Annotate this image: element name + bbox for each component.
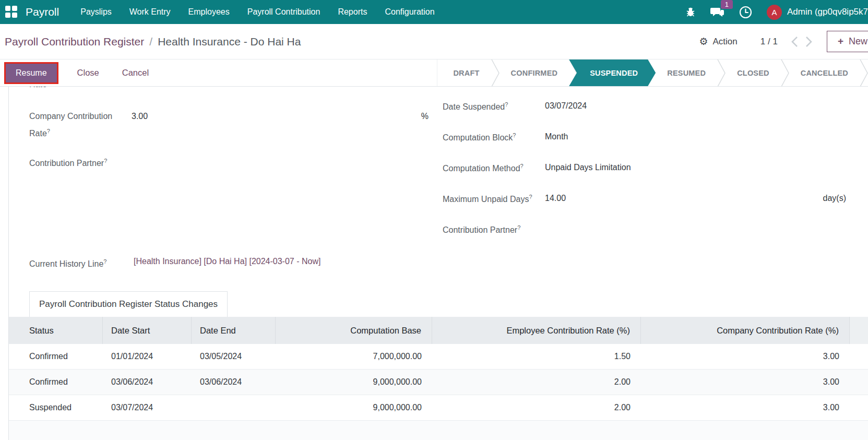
field-contribution-partner-right: Contribution Partner? — [443, 221, 846, 237]
status-step-resumed[interactable]: RESUMED — [656, 60, 717, 86]
menu-work-entry[interactable]: Work Entry — [121, 0, 180, 24]
field-label: Computation Block — [443, 134, 513, 142]
date-suspended-value[interactable]: 03/07/2024 — [545, 99, 587, 113]
new-record-button[interactable]: + New — [827, 31, 868, 52]
column-date-end[interactable]: Date End — [192, 317, 276, 344]
form-sheet: Rate Company Contribution Rate? 3.00 % C… — [8, 87, 868, 440]
top-navbar: Payroll Payslips Work Entry Employees Pa… — [0, 0, 868, 24]
help-marker: ? — [104, 158, 107, 164]
cell-status: Confirmed — [9, 352, 103, 361]
current-history-line-link[interactable]: [Health Insurance] [Do Hai Ha] [2024-03-… — [134, 254, 320, 271]
breadcrumb: Payroll Contribution Register / Health I… — [5, 35, 301, 48]
main-menu: Payslips Work Entry Employees Payroll Co… — [72, 0, 443, 24]
menu-payroll-contribution[interactable]: Payroll Contribution — [239, 0, 329, 24]
days-suffix: day(s) — [823, 191, 846, 206]
column-computation-base[interactable]: Computation Base — [276, 317, 432, 344]
step-separator-chevron-icon — [781, 60, 789, 86]
help-marker: ? — [520, 163, 524, 169]
menu-configuration[interactable]: Configuration — [376, 0, 443, 24]
field-label: Current History Line — [29, 259, 103, 268]
field-current-history-line: Current History Line? [Health Insurance]… — [9, 254, 868, 271]
column-company-rate[interactable]: Company Contribution Rate (%) — [641, 317, 850, 344]
plus-icon: + — [838, 35, 843, 47]
apps-grid-icon[interactable] — [5, 6, 18, 18]
field-label: Company Contribution Rate — [29, 112, 112, 138]
status-step-suspended-active[interactable]: SUSPENDED — [569, 60, 656, 86]
app-name[interactable]: Payroll — [26, 6, 59, 18]
status-changes-table: Status Date Start Date End Computation B… — [9, 317, 868, 440]
breadcrumb-current: Health Insurance - Do Hai Ha — [158, 35, 301, 48]
cell-date-start: 01/01/2024 — [103, 352, 192, 361]
table-header-row: Status Date Start Date End Computation B… — [9, 317, 868, 344]
action-menu-button[interactable]: ⚙ Action — [699, 35, 737, 47]
list-empty-area — [9, 421, 868, 440]
cell-date-start: 03/06/2024 — [103, 377, 192, 387]
percent-suffix: % — [421, 109, 429, 124]
cell-employee-rate: 2.00 — [432, 403, 641, 412]
cell-date-end: 03/06/2024 — [192, 377, 276, 387]
bug-icon[interactable] — [685, 7, 696, 17]
cancel-button[interactable]: Cancel — [118, 65, 153, 81]
user-avatar[interactable]: A — [767, 5, 782, 20]
computation-block-value[interactable]: Month — [545, 129, 568, 144]
computation-method-value[interactable]: Unpaid Days Limitation — [545, 160, 631, 175]
status-step-closed[interactable]: CLOSED — [726, 60, 781, 86]
cell-status: Suspended — [9, 403, 103, 412]
cell-employee-rate: 2.00 — [432, 377, 641, 387]
cell-date-start: 03/07/2024 — [103, 403, 192, 412]
close-button[interactable]: Close — [73, 65, 103, 81]
cell-date-end: 03/05/2024 — [192, 352, 276, 361]
form-statusbar: Resume Close Cancel DRAFT CONFIRMED SUSP… — [0, 59, 868, 87]
table-row[interactable]: Confirmed 03/06/2024 03/06/2024 9,000,00… — [9, 370, 868, 395]
step-separator-chevron-icon — [860, 60, 868, 86]
table-row[interactable]: Suspended 03/07/2024 9,000,000.00 2.00 3… — [9, 395, 868, 421]
column-date-start[interactable]: Date Start — [103, 317, 192, 344]
resume-button[interactable]: Resume — [4, 62, 58, 84]
chat-icon[interactable]: 1 — [710, 6, 724, 18]
field-label: Computation Method — [443, 164, 520, 173]
cell-company-rate: 3.00 — [641, 403, 850, 412]
table-row[interactable]: Confirmed 01/01/2024 03/05/2024 7,000,00… — [9, 344, 868, 370]
help-marker: ? — [103, 258, 106, 265]
status-step-confirmed[interactable]: CONFIRMED — [500, 60, 569, 86]
menu-employees[interactable]: Employees — [180, 0, 239, 24]
help-marker: ? — [529, 194, 532, 200]
clock-icon[interactable] — [739, 6, 752, 19]
cell-status: Confirmed — [9, 377, 103, 387]
tab-status-changes[interactable]: Payroll Contribution Register Status Cha… — [29, 291, 228, 317]
cell-company-rate: 3.00 — [641, 377, 850, 387]
field-maximum-unpaid-days: Maximum Unpaid Days? 14.00 day(s) — [443, 190, 846, 207]
column-status[interactable]: Status — [9, 317, 103, 344]
help-marker: ? — [47, 128, 50, 134]
form-left-column: Company Contribution Rate? 3.00 % Contri… — [9, 91, 433, 237]
pager-previous-button[interactable] — [791, 36, 798, 47]
cell-employee-rate: 1.50 — [432, 352, 641, 361]
pager-next-button[interactable] — [805, 36, 812, 47]
maximum-unpaid-days-value[interactable]: 14.00 — [545, 191, 566, 206]
record-pager[interactable]: 1 / 1 — [760, 37, 778, 47]
column-employee-rate[interactable]: Employee Contribution Rate (%) — [432, 317, 641, 344]
field-date-suspended: Date Suspended? 03/07/2024 — [443, 98, 846, 114]
cell-computation-base: 9,000,000.00 — [276, 403, 432, 412]
message-count-badge: 1 — [721, 0, 733, 9]
field-label: Date Suspended — [443, 103, 505, 112]
column-spacer — [850, 317, 868, 344]
control-panel: Payroll Contribution Register / Health I… — [0, 24, 868, 59]
field-company-contribution-rate: Company Contribution Rate? 3.00 % — [29, 109, 429, 141]
status-step-draft[interactable]: DRAFT — [442, 60, 491, 86]
field-label: Contribution Partner — [29, 159, 104, 168]
menu-reports[interactable]: Reports — [329, 0, 376, 24]
help-marker: ? — [505, 101, 508, 108]
company-contribution-rate-value[interactable]: 3.00 — [132, 109, 148, 124]
help-marker: ? — [517, 224, 520, 231]
status-step-cancelled[interactable]: CANCELLED — [789, 60, 860, 86]
breadcrumb-separator: / — [149, 35, 152, 48]
menu-payslips[interactable]: Payslips — [72, 0, 121, 24]
breadcrumb-parent-link[interactable]: Payroll Contribution Register — [5, 35, 144, 48]
gear-icon: ⚙ — [699, 35, 708, 47]
field-label: Contribution Partner — [443, 226, 517, 235]
field-computation-method: Computation Method? Unpaid Days Limitati… — [443, 159, 846, 176]
form-right-column: Date Suspended? 03/07/2024 Computation B… — [433, 91, 868, 237]
user-menu[interactable]: Admin (gp0qv8ip5k7 — [787, 7, 868, 17]
notebook: Payroll Contribution Register Status Cha… — [9, 291, 868, 317]
